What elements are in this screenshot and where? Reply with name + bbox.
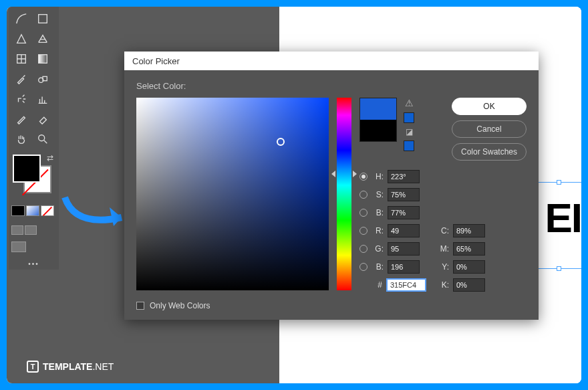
app-frame: EI ⇄ <box>7 7 581 383</box>
color-picker-dialog: Color Picker Select Color: <box>124 52 539 320</box>
label-g: G: <box>372 244 384 254</box>
tool-eyedropper[interactable] <box>11 70 31 88</box>
tool-curvature[interactable] <box>11 10 31 27</box>
tool-hand[interactable] <box>11 130 31 148</box>
svg-point-5 <box>39 135 45 141</box>
hue-pointer-left <box>331 171 335 177</box>
label-b: B: <box>372 208 384 217</box>
watermark-icon: T <box>27 361 39 373</box>
only-web-colors-label: Only Web Colors <box>150 301 210 310</box>
input-h[interactable] <box>388 170 420 183</box>
out-of-gamut-warning-icon[interactable]: ⚠ <box>405 98 414 108</box>
tool-eraser[interactable] <box>33 110 53 128</box>
color-swatches-button[interactable]: Color Swatches <box>452 143 527 161</box>
tool-artboard[interactable] <box>33 10 53 27</box>
hue-slider[interactable] <box>337 98 351 290</box>
tool-symbol-sprayer[interactable] <box>11 90 31 108</box>
tool-slice[interactable] <box>11 110 31 128</box>
label-s: S: <box>372 190 384 199</box>
radio-bl[interactable] <box>359 263 368 271</box>
screen-mode-icon[interactable] <box>11 225 23 235</box>
ok-button[interactable]: OK <box>452 98 527 115</box>
hue-pointer-right <box>353 171 357 177</box>
tool-palette: ⇄ ••• <box>9 7 59 270</box>
toolbar-more-icon[interactable]: ••• <box>9 260 59 268</box>
selection-bounds[interactable] <box>532 182 581 269</box>
input-k[interactable] <box>453 278 485 292</box>
label-hash: # <box>359 280 382 290</box>
input-bl[interactable] <box>388 260 420 274</box>
watermark-suffix: .NET <box>92 361 114 372</box>
watermark: T TEMPLATE.NET <box>27 361 114 373</box>
tool-zoom[interactable] <box>33 130 53 148</box>
fill-swatch[interactable] <box>13 155 41 183</box>
label-r: R: <box>372 226 384 235</box>
gamut-swatch[interactable] <box>404 112 414 123</box>
color-mode-solid[interactable] <box>11 205 25 216</box>
dialog-title: Color Picker <box>132 56 180 66</box>
radio-s[interactable] <box>359 191 368 199</box>
color-mode-none[interactable] <box>41 205 54 216</box>
svg-rect-0 <box>39 15 47 23</box>
input-g[interactable] <box>388 242 420 256</box>
draw-mode-icon[interactable] <box>11 241 26 252</box>
color-preview <box>359 98 397 142</box>
only-web-colors-checkbox[interactable] <box>136 302 144 310</box>
input-c[interactable] <box>453 224 485 237</box>
input-s[interactable] <box>388 188 420 201</box>
tool-perspective[interactable] <box>33 30 53 47</box>
radio-b[interactable] <box>359 209 368 217</box>
screen-mode-icon-2[interactable] <box>25 225 37 235</box>
web-safe-warning-icon[interactable]: ◪ <box>406 127 413 136</box>
tool-blend[interactable] <box>33 70 53 88</box>
label-bl: B: <box>372 262 384 272</box>
saturation-brightness-field[interactable] <box>136 98 329 290</box>
dialog-titlebar[interactable]: Color Picker <box>124 52 539 70</box>
new-color-preview <box>360 98 396 120</box>
input-y[interactable] <box>453 260 485 274</box>
svg-rect-2 <box>39 55 47 64</box>
label-y: Y: <box>437 262 449 272</box>
label-k: K: <box>437 280 449 290</box>
input-m[interactable] <box>453 242 485 256</box>
old-color-preview <box>360 120 396 141</box>
swap-fill-stroke-icon[interactable]: ⇄ <box>47 153 53 163</box>
label-c: C: <box>437 226 449 235</box>
cancel-button[interactable]: Cancel <box>452 120 527 138</box>
input-hex[interactable] <box>386 278 426 292</box>
radio-r[interactable] <box>359 227 368 235</box>
tool-gradient[interactable] <box>33 50 53 68</box>
input-r[interactable] <box>388 224 420 237</box>
fill-stroke-swatches[interactable]: ⇄ <box>11 153 56 200</box>
color-mode-gradient[interactable] <box>26 205 39 216</box>
input-brightness[interactable] <box>388 206 420 219</box>
tool-mesh[interactable] <box>11 50 31 68</box>
watermark-brand: TEMPLATE <box>43 361 92 372</box>
label-m: M: <box>437 244 449 254</box>
radio-h[interactable] <box>359 173 368 181</box>
tool-graph[interactable] <box>33 90 53 108</box>
websafe-swatch[interactable] <box>404 140 414 151</box>
tool-pen[interactable] <box>11 30 31 47</box>
select-color-label: Select Color: <box>136 81 527 91</box>
radio-g[interactable] <box>359 245 368 253</box>
sv-cursor <box>277 138 285 146</box>
label-h: H: <box>372 172 384 181</box>
